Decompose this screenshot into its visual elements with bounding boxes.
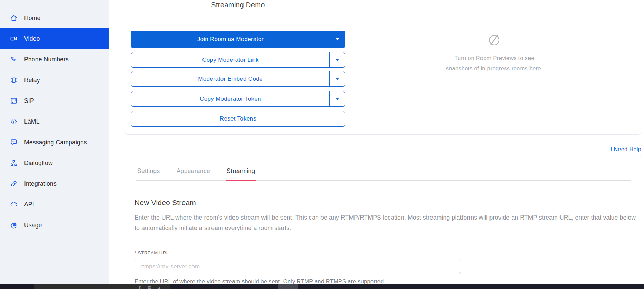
desk-phone-icon: [10, 97, 18, 105]
empty-state-text-line2: snapshots of in-progress rooms here.: [429, 63, 560, 74]
sidebar: Home Video Phone Numbers Relay SIP: [0, 0, 109, 284]
sidebar-item-phone-numbers[interactable]: Phone Numbers: [0, 49, 109, 70]
sidebar-item-sip[interactable]: SIP: [0, 90, 109, 111]
app-root: Home Video Phone Numbers Relay SIP: [0, 0, 644, 289]
taskbar: ⬆ ▦ ◢: [0, 284, 644, 289]
chat-bubble-icon: [10, 138, 18, 146]
chevron-down-icon: [336, 38, 339, 40]
sidebar-item-home[interactable]: Home: [0, 8, 109, 28]
sidebar-item-label: Messaging Campaigns: [24, 139, 87, 146]
sidebar-item-label: API: [24, 201, 34, 208]
pie-chart-icon: [10, 221, 18, 229]
taskbar-segment: [278, 284, 298, 289]
video-camera-icon: [10, 35, 18, 43]
taskbar-icons[interactable]: ⬆ ▦ ◢: [138, 285, 160, 289]
sidebar-item-integrations[interactable]: Integrations: [0, 173, 109, 194]
stream-description: Enter the URL where the room's video str…: [135, 212, 642, 233]
sidebar-item-relay[interactable]: Relay: [0, 70, 109, 90]
sidebar-item-label: Integrations: [24, 180, 57, 187]
new-video-stream-title: New Video Stream: [135, 199, 196, 207]
sitemap-icon: [10, 159, 18, 167]
stream-url-label: * STREAM URL: [135, 250, 169, 256]
moderator-embed-code-button[interactable]: Moderator Embed Code: [131, 71, 345, 87]
room-previews-empty-state: Turn on Room Previews to see snapshots o…: [429, 31, 560, 74]
join-room-label: Join Room as Moderator: [131, 31, 330, 48]
embed-code-dropdown-toggle[interactable]: [329, 71, 345, 86]
link-icon: [10, 180, 18, 188]
phone-icon: [10, 55, 18, 64]
join-room-dropdown-toggle[interactable]: [330, 31, 345, 48]
sidebar-item-laml[interactable]: LāML: [0, 111, 109, 132]
sidebar-item-label: Relay: [24, 77, 40, 84]
copy-token-dropdown-toggle[interactable]: [329, 91, 345, 106]
sidebar-item-label: Phone Numbers: [24, 56, 69, 63]
sidebar-item-label: LāML: [24, 118, 40, 125]
tab-streaming[interactable]: Streaming: [226, 167, 256, 181]
taskbar-icon[interactable]: ▦: [147, 285, 151, 289]
sidebar-item-video[interactable]: Video: [0, 28, 109, 49]
embed-code-label: Moderator Embed Code: [131, 71, 329, 86]
stream-settings-card: Settings Appearance Streaming New Video …: [125, 155, 641, 287]
reset-tokens-button[interactable]: Reset Tokens: [131, 111, 345, 127]
copy-link-label: Copy Moderator Link: [131, 52, 329, 67]
sidebar-item-label: Video: [24, 35, 40, 42]
home-icon: [10, 14, 18, 22]
tab-appearance[interactable]: Appearance: [176, 167, 211, 181]
copy-token-label: Copy Moderator Token: [131, 91, 329, 106]
taskbar-icon[interactable]: ◢: [157, 285, 160, 289]
chevron-down-icon: [336, 78, 339, 80]
join-room-as-moderator-button[interactable]: Join Room as Moderator: [131, 31, 345, 48]
sidebar-item-dialogflow[interactable]: Dialogflow: [0, 153, 109, 173]
sidebar-item-messaging-campaigns[interactable]: Messaging Campaigns: [0, 132, 109, 153]
sidebar-item-label: SIP: [24, 97, 34, 105]
sidebar-item-label: Usage: [24, 222, 42, 229]
stream-card-tabs: Settings Appearance Streaming: [136, 167, 631, 181]
chevron-down-icon: [336, 98, 339, 100]
tab-settings[interactable]: Settings: [136, 167, 161, 181]
room-card: Streaming Demo Join Room as Moderator Co…: [125, 0, 641, 135]
code-icon: [10, 117, 18, 126]
taskbar-segment: [0, 284, 34, 289]
cloud-icon: [10, 200, 18, 209]
copy-moderator-link-button[interactable]: Copy Moderator Link: [131, 52, 345, 68]
reset-tokens-label: Reset Tokens: [220, 115, 256, 122]
slashed-circle-icon: [486, 31, 503, 48]
taskbar-icon[interactable]: ⬆: [138, 285, 142, 289]
chevron-down-icon: [336, 59, 339, 61]
sidebar-item-usage[interactable]: Usage: [0, 215, 109, 235]
copy-moderator-token-button[interactable]: Copy Moderator Token: [131, 91, 345, 107]
copy-link-dropdown-toggle[interactable]: [329, 52, 345, 67]
stream-url-input[interactable]: [135, 259, 461, 274]
empty-state-text-line1: Turn on Room Previews to see: [429, 53, 560, 63]
i-need-help-link[interactable]: I Need Help: [611, 146, 641, 153]
room-title: Streaming Demo: [131, 1, 345, 9]
sidebar-item-label: Home: [24, 15, 40, 22]
sidebar-item-api[interactable]: API: [0, 194, 109, 215]
chip-icon: [10, 76, 18, 84]
sidebar-item-label: Dialogflow: [24, 160, 53, 167]
